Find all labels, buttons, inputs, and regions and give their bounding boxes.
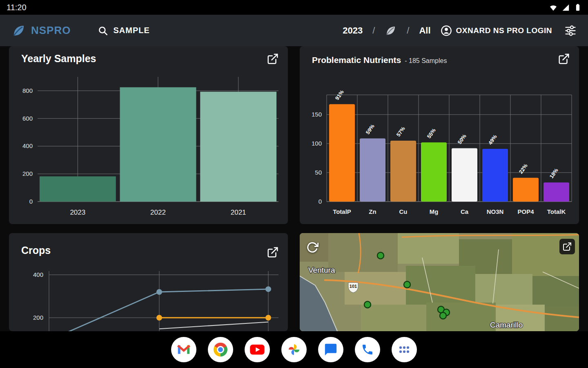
bar-2021[interactable] — [200, 92, 276, 202]
y-tick-label: 400 — [33, 271, 43, 278]
data-point-orange[interactable] — [265, 315, 271, 321]
leaf-filter-button[interactable] — [385, 25, 397, 37]
expand-icon[interactable] — [267, 246, 279, 258]
bar-value-label: 59% — [365, 123, 376, 135]
map-marker[interactable] — [404, 281, 410, 288]
search-icon — [98, 25, 108, 36]
dock — [0, 331, 588, 368]
x-category-label: TotalK — [547, 208, 566, 215]
map-marker[interactable] — [377, 252, 384, 259]
line-series-gray — [159, 322, 268, 329]
map-label-ventura: Ventura — [308, 266, 335, 274]
dock-app-phone[interactable] — [355, 337, 380, 362]
x-category-label: Zn — [369, 208, 376, 215]
problematic-nutrients-card: Problematic Nutrients - 185 Samples 0501… — [300, 46, 579, 224]
y-tick-label: 0 — [29, 198, 33, 205]
data-point-blue[interactable] — [156, 289, 162, 295]
line-series-blue — [49, 289, 268, 331]
x-category-label: Cu — [399, 208, 408, 215]
status-bar: 11:20 — [0, 0, 588, 15]
bar-2023[interactable] — [40, 176, 116, 202]
bar-NO3N[interactable] — [482, 149, 508, 202]
bar-TotalP[interactable] — [329, 104, 355, 202]
satellite-map[interactable]: Ventura Camarillo 101 — [300, 233, 579, 331]
separator-slash: / — [372, 25, 375, 36]
map-expand-button[interactable] — [559, 239, 575, 254]
map-label-camarillo: Camarillo — [490, 321, 523, 329]
battery-icon — [573, 3, 582, 12]
account-icon — [441, 25, 452, 36]
app-header: NSPRO SAMPLE 2023 / / All — [0, 15, 588, 46]
x-category-label: 2021 — [231, 209, 246, 216]
sample-search-label: SAMPLE — [113, 26, 149, 35]
map-card: Ventura Camarillo 101 — [300, 233, 579, 331]
map-marker[interactable] — [364, 301, 371, 308]
highway-shield-label: 101 — [350, 284, 357, 289]
bar-value-label: 57% — [395, 126, 406, 138]
dock-app-messages[interactable] — [318, 337, 343, 362]
problematic-nutrients-title: Problematic Nutrients — [312, 55, 401, 65]
signal-icon — [561, 3, 570, 12]
brand-logo[interactable]: NSPRO — [11, 23, 71, 38]
bar-Mg[interactable] — [421, 142, 447, 202]
bar-TotalK[interactable] — [543, 182, 569, 202]
dock-app-photos[interactable] — [281, 337, 307, 362]
x-category-label: POP4 — [517, 208, 534, 215]
x-category-label: Mg — [430, 208, 439, 215]
x-category-label: NO3N — [487, 208, 504, 215]
bar-Zn[interactable] — [360, 138, 385, 202]
dock-app-youtube[interactable] — [245, 337, 270, 362]
x-category-label: 2023 — [70, 209, 85, 216]
wifi-icon — [549, 3, 558, 12]
map-refresh-button[interactable] — [306, 241, 318, 254]
dock-app-chrome[interactable] — [208, 337, 233, 362]
y-tick-label: 100 — [312, 140, 322, 147]
yearly-samples-chart: 0200400600800202320222021 — [9, 46, 288, 224]
status-icons — [549, 3, 582, 12]
login-button[interactable]: OXNARD NS PRO LOGIN — [441, 25, 552, 36]
expand-icon[interactable] — [267, 53, 279, 65]
crops-card: Crops 200400 — [9, 233, 288, 331]
y-tick-label: 600 — [22, 115, 33, 122]
y-tick-label: 0 — [318, 198, 322, 205]
bar-Ca[interactable] — [452, 148, 477, 202]
crops-title: Crops — [21, 245, 51, 256]
settings-sliders-icon[interactable] — [564, 25, 577, 37]
x-category-label: 2022 — [150, 209, 166, 216]
dock-app-drawer[interactable] — [392, 337, 417, 362]
data-point-orange[interactable] — [156, 315, 162, 321]
crops-chart: 200400 — [9, 233, 288, 331]
bar-value-label: 55% — [426, 127, 437, 139]
bar-value-label: 49% — [487, 133, 498, 146]
x-category-label: Ca — [461, 208, 469, 215]
filter-all[interactable]: All — [419, 25, 430, 36]
header-right: 2023 / / All OXNARD NS PRO LOGIN — [343, 25, 577, 37]
login-label: OXNARD NS PRO LOGIN — [456, 26, 552, 35]
data-point-blue[interactable] — [265, 286, 271, 292]
map-marker[interactable] — [440, 312, 446, 319]
bar-value-label: 18% — [548, 167, 559, 180]
bar-POP4[interactable] — [513, 178, 539, 202]
problematic-nutrients-subtitle: - 185 Samples — [405, 57, 447, 65]
bar-value-label: 22% — [518, 162, 529, 175]
bar-Cu[interactable] — [390, 141, 416, 202]
dock-app-gmail[interactable] — [171, 337, 196, 362]
year-selector[interactable]: 2023 — [343, 25, 363, 36]
yearly-samples-title: Yearly Samples — [21, 53, 96, 65]
problematic-nutrients-header: Problematic Nutrients - 185 Samples — [312, 55, 447, 65]
x-category-label: TotalP — [333, 208, 351, 215]
expand-icon[interactable] — [558, 53, 570, 65]
yearly-samples-card: Yearly Samples 0200400600800202320222021 — [9, 46, 288, 224]
leaf-logo-icon — [11, 23, 26, 38]
y-tick-label: 200 — [22, 170, 33, 177]
status-time: 11:20 — [7, 3, 27, 12]
separator-slash: / — [407, 25, 409, 36]
y-tick-label: 800 — [22, 87, 33, 94]
y-tick-label: 150 — [312, 111, 322, 118]
chrome-icon — [214, 343, 227, 357]
bar-2022[interactable] — [120, 87, 196, 202]
sample-search[interactable]: SAMPLE — [98, 25, 149, 36]
y-tick-label: 400 — [22, 142, 33, 149]
problematic-nutrients-chart: 05010015091%TotalP59%Zn57%Cu55%Mg50%Ca49… — [300, 46, 579, 224]
y-tick-label: 50 — [315, 169, 322, 176]
